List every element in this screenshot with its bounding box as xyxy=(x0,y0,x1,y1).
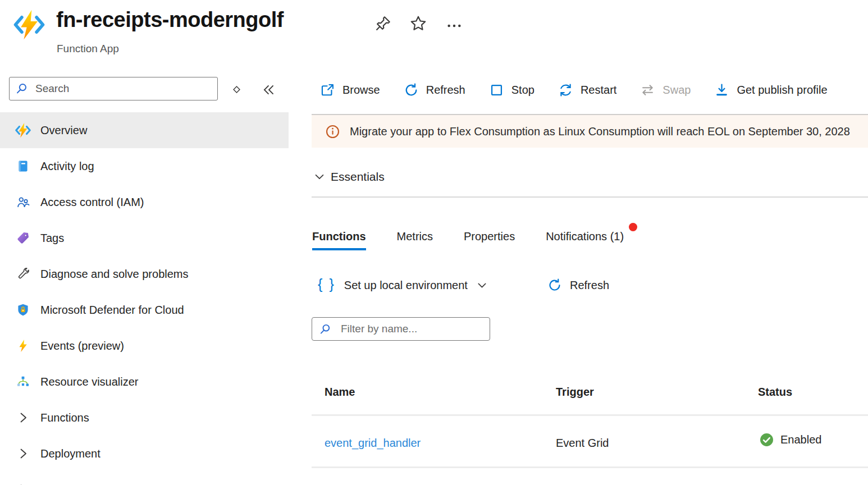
refresh-button[interactable]: Refresh xyxy=(392,83,477,98)
sidebar-item-label: Overview xyxy=(40,124,87,137)
swap-icon xyxy=(640,83,655,98)
tag-icon xyxy=(15,230,31,246)
sidebar-item-label: Microsoft Defender for Cloud xyxy=(40,304,184,317)
activity-log-icon xyxy=(15,158,31,175)
menu-sort-icon[interactable] xyxy=(230,83,243,96)
sidebar-item-label: Resource visualizer xyxy=(40,376,139,388)
stop-button[interactable]: Stop xyxy=(477,83,546,98)
search-icon xyxy=(319,323,332,336)
column-header-trigger[interactable]: Trigger xyxy=(556,386,594,399)
resource-tree-icon xyxy=(15,373,31,390)
sidebar-item-defender-for-cloud[interactable]: Microsoft Defender for Cloud xyxy=(0,292,289,328)
chevron-right-icon xyxy=(15,445,31,462)
column-header-name[interactable]: Name xyxy=(325,386,355,399)
page-title: fn-receipts-moderngolf xyxy=(56,8,284,32)
banner-message: Migrate your app to Flex Consumption as … xyxy=(350,125,850,138)
sidebar-search-input[interactable] xyxy=(34,82,212,95)
browse-icon xyxy=(320,83,335,98)
tab-label: Metrics xyxy=(397,230,433,243)
stop-label: Stop xyxy=(511,84,534,97)
collapse-menu-icon[interactable] xyxy=(262,83,276,97)
tab-metrics[interactable]: Metrics xyxy=(397,222,433,250)
swap-button: Swap xyxy=(628,83,702,98)
refresh-icon xyxy=(404,83,419,98)
code-braces-icon: { } xyxy=(318,276,337,292)
sidebar-item-events-preview[interactable]: Events (preview) xyxy=(0,328,289,364)
column-header-status[interactable]: Status xyxy=(758,386,792,399)
chevron-down-icon xyxy=(313,171,326,183)
tab-properties[interactable]: Properties xyxy=(464,222,515,250)
sidebar-item-label: Access control (IAM) xyxy=(40,196,144,209)
sidebar-item-label: Tags xyxy=(40,232,64,245)
more-options-icon[interactable] xyxy=(445,17,463,35)
restart-button[interactable]: Restart xyxy=(546,83,628,98)
essentials-divider xyxy=(312,196,868,198)
chevron-down-icon xyxy=(476,280,488,291)
function-status: Enabled xyxy=(759,432,821,447)
get-publish-profile-button[interactable]: Get publish profile xyxy=(702,83,839,98)
sidebar-item-deployment-group[interactable]: Deployment xyxy=(0,436,289,472)
lightning-bolt-icon xyxy=(15,337,31,354)
favorite-star-icon[interactable] xyxy=(409,15,427,33)
sidebar-item-overview[interactable]: Overview xyxy=(0,112,289,148)
refresh-icon xyxy=(547,278,562,292)
chevron-right-icon xyxy=(15,481,31,485)
sidebar-item-activity-log[interactable]: Activity log xyxy=(0,148,289,184)
migration-notice-banner[interactable]: Migrate your app to Flex Consumption as … xyxy=(312,114,868,148)
sidebar-item-label: Activity log xyxy=(40,160,94,173)
refresh-label: Refresh xyxy=(426,84,465,97)
command-bar: Browse Refresh Stop Restart xyxy=(312,76,868,103)
function-status-label: Enabled xyxy=(780,433,821,446)
restart-label: Restart xyxy=(581,84,616,97)
table-row-divider xyxy=(312,466,868,468)
browse-button[interactable]: Browse xyxy=(312,83,392,98)
sidebar-item-label: Events (preview) xyxy=(40,340,124,353)
sidebar-item-label: Functions xyxy=(40,411,89,424)
sidebar-item-label: Settings xyxy=(40,483,81,485)
chevron-right-icon xyxy=(15,409,31,426)
access-control-people-icon xyxy=(15,194,31,211)
table-header-divider xyxy=(312,414,868,416)
sidebar-item-label: Deployment xyxy=(40,447,100,460)
enabled-check-icon xyxy=(759,432,774,447)
shield-lock-icon xyxy=(15,301,31,318)
tab-notifications[interactable]: Notifications (1) xyxy=(546,222,624,250)
sidebar-item-functions-group[interactable]: Functions xyxy=(0,400,289,436)
tab-functions[interactable]: Functions xyxy=(312,222,366,250)
download-icon xyxy=(714,83,729,98)
swap-label: Swap xyxy=(663,84,691,97)
sidebar-item-resource-visualizer[interactable]: Resource visualizer xyxy=(0,364,289,400)
tab-bar: Functions Metrics Properties Notificatio… xyxy=(312,222,655,250)
functions-refresh-button[interactable]: Refresh xyxy=(547,272,609,299)
search-icon xyxy=(15,82,29,95)
filter-by-name-field[interactable] xyxy=(312,317,490,341)
pin-icon[interactable] xyxy=(374,15,392,33)
filter-by-name-input[interactable] xyxy=(340,322,483,336)
info-icon xyxy=(325,124,340,139)
stop-icon xyxy=(489,83,504,98)
sidebar-item-tags[interactable]: Tags xyxy=(0,220,289,256)
page-subtitle: Function App xyxy=(57,43,119,55)
tab-label: Notifications (1) xyxy=(546,230,624,243)
sidebar-search[interactable] xyxy=(9,77,218,100)
sidebar-item-label: Diagnose and solve problems xyxy=(40,268,189,281)
notification-badge-dot xyxy=(629,223,637,231)
sidebar-menu: Overview Activity log Acc xyxy=(0,112,289,485)
restart-icon xyxy=(558,83,573,98)
essentials-label: Essentials xyxy=(331,170,385,184)
sidebar-item-settings-group[interactable]: Settings xyxy=(0,472,289,485)
setup-local-environment-button[interactable]: { } Set up local environment xyxy=(318,272,488,299)
wrench-icon xyxy=(15,266,31,282)
function-name-link[interactable]: event_grid_handler xyxy=(325,437,421,450)
function-app-overview-page: fn-receipts-moderngolf Function App xyxy=(0,0,868,485)
tab-label: Properties xyxy=(464,230,515,243)
sidebar-item-diagnose-solve-problems[interactable]: Diagnose and solve problems xyxy=(0,256,289,292)
tab-label: Functions xyxy=(312,230,366,243)
setup-local-environment-label: Set up local environment xyxy=(344,279,468,292)
functions-refresh-label: Refresh xyxy=(570,279,609,292)
sidebar-item-access-control-iam[interactable]: Access control (IAM) xyxy=(0,184,289,220)
function-trigger-value: Event Grid xyxy=(556,437,609,450)
function-app-icon xyxy=(13,9,45,40)
essentials-toggle[interactable]: Essentials xyxy=(313,170,385,184)
function-app-icon xyxy=(15,122,31,139)
